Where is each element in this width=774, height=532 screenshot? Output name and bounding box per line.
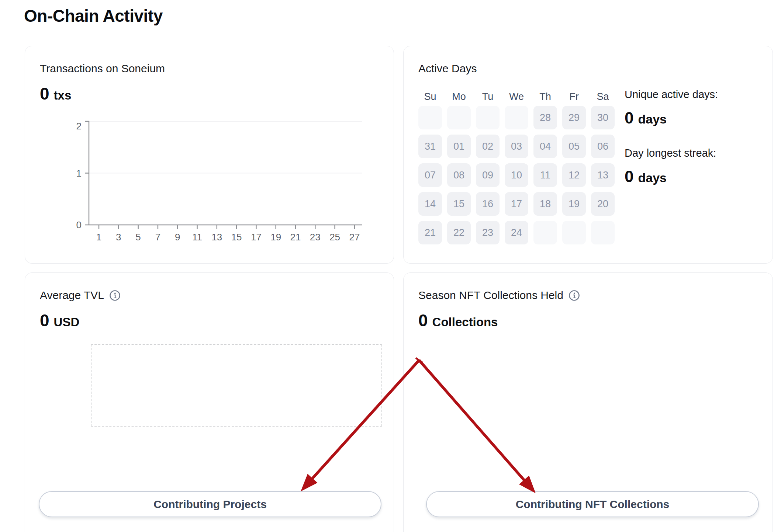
svg-text:13: 13 <box>211 232 222 243</box>
svg-text:19: 19 <box>270 232 281 243</box>
svg-text:5: 5 <box>135 232 141 243</box>
svg-text:7: 7 <box>155 232 160 243</box>
calendar-empty-cell <box>505 106 528 129</box>
active-days-card: Active Days SuMoTuWeThFrSa 2829303101020… <box>403 46 773 264</box>
nft-collections-card: Season NFT Collections Held 0 Collection… <box>403 272 773 532</box>
unique-active-days-unit: days <box>638 112 667 126</box>
transactions-card-title: Transactions on Soneium <box>40 62 165 75</box>
nft-collections-unit: Collections <box>432 315 498 329</box>
calendar-day-cell: 20 <box>591 192 615 216</box>
longest-streak-value: 0 days <box>625 167 667 186</box>
calendar-day-cell: 16 <box>476 192 500 216</box>
svg-text:1: 1 <box>96 232 101 243</box>
transactions-count: 0 <box>40 84 49 104</box>
svg-text:11: 11 <box>192 232 202 243</box>
calendar-day-cell: 15 <box>447 192 471 216</box>
calendar-day-cell: 28 <box>533 106 557 129</box>
calendar-day-cell: 30 <box>591 106 615 129</box>
calendar-day-cell: 08 <box>447 163 471 187</box>
calendar-day-cell: 04 <box>533 135 557 158</box>
calendar-empty-cell <box>591 221 615 244</box>
info-icon[interactable] <box>569 290 580 301</box>
average-tvl-card: Average TVL 0 USD Contributing Projects <box>25 272 394 532</box>
calendar-day-cell: 02 <box>476 135 500 158</box>
calendar-day-cell: 01 <box>447 135 471 158</box>
average-tvl-card-title: Average TVL <box>40 289 104 302</box>
average-tvl-amount: 0 <box>40 310 49 330</box>
average-tvl-unit: USD <box>54 315 80 329</box>
svg-text:25: 25 <box>329 232 340 243</box>
longest-streak-label: Day longest streak: <box>625 147 716 159</box>
svg-text:2: 2 <box>76 121 82 132</box>
calendar-empty-cell <box>562 221 586 244</box>
weekday-label: Mo <box>447 91 471 102</box>
nft-collections-value-row: 0 Collections <box>418 310 498 330</box>
calendar-weekday-header: SuMoTuWeThFrSa <box>418 91 615 102</box>
unique-active-days-label: Unique active days: <box>625 88 718 101</box>
svg-text:3: 3 <box>116 232 121 243</box>
svg-text:17: 17 <box>251 232 262 243</box>
calendar-day-cell: 11 <box>533 163 557 187</box>
on-chain-activity-page: On-Chain Activity Transactions on Soneiu… <box>0 0 774 532</box>
average-tvl-value-row: 0 USD <box>40 310 79 330</box>
calendar-day-cell: 31 <box>418 135 442 158</box>
info-icon[interactable] <box>109 290 121 301</box>
calendar-day-cell: 22 <box>447 221 471 244</box>
weekday-label: Th <box>533 91 557 102</box>
calendar-day-cell: 07 <box>418 163 442 187</box>
weekday-label: We <box>505 91 528 102</box>
calendar-day-cell: 19 <box>562 192 586 216</box>
calendar-day-cell: 09 <box>476 163 500 187</box>
nft-collections-count: 0 <box>418 310 428 330</box>
longest-streak-number: 0 <box>625 167 633 186</box>
calendar-day-cell: 14 <box>418 192 442 216</box>
calendar-day-cell: 05 <box>562 135 586 158</box>
transactions-value-row: 0 txs <box>40 84 71 104</box>
calendar-day-cell: 24 <box>505 221 528 244</box>
unique-active-days-value: 0 days <box>625 109 667 127</box>
weekday-label: Fr <box>562 91 586 102</box>
svg-text:21: 21 <box>290 232 301 243</box>
weekday-label: Tu <box>476 91 500 102</box>
svg-text:27: 27 <box>349 232 360 243</box>
calendar-empty-cell <box>476 106 500 129</box>
svg-text:23: 23 <box>310 232 321 243</box>
calendar-day-cell: 21 <box>418 221 442 244</box>
activity-calendar: 2829303101020304050607080910111213141516… <box>418 106 615 244</box>
transactions-unit: txs <box>54 88 72 102</box>
active-days-card-title: Active Days <box>418 62 477 75</box>
calendar-day-cell: 23 <box>476 221 500 244</box>
calendar-day-cell: 10 <box>505 163 528 187</box>
weekday-label: Sa <box>591 91 615 102</box>
svg-text:9: 9 <box>175 232 180 243</box>
calendar-day-cell: 29 <box>562 106 586 129</box>
svg-text:0: 0 <box>76 219 82 230</box>
contributing-projects-button[interactable]: Contributing Projects <box>39 491 381 517</box>
calendar-day-cell: 18 <box>533 192 557 216</box>
calendar-day-cell: 12 <box>562 163 586 187</box>
calendar-empty-cell <box>533 221 557 244</box>
calendar-day-cell: 03 <box>505 135 528 158</box>
transactions-card: Transactions on Soneium 0 txs 0121357911… <box>25 46 394 264</box>
calendar-day-cell: 06 <box>591 135 615 158</box>
calendar-day-cell: 13 <box>591 163 615 187</box>
weekday-label: Su <box>418 91 442 102</box>
page-title: On-Chain Activity <box>24 6 163 26</box>
calendar-empty-cell <box>447 106 471 129</box>
svg-text:1: 1 <box>76 168 82 179</box>
transactions-chart: 01213579111315171921232527 <box>70 117 369 244</box>
calendar-day-cell: 17 <box>505 192 528 216</box>
unique-active-days-number: 0 <box>625 109 633 127</box>
nft-collections-card-title: Season NFT Collections Held <box>418 289 563 302</box>
contributing-nft-collections-button[interactable]: Contributing NFT Collections <box>426 491 759 517</box>
svg-text:15: 15 <box>231 232 242 243</box>
tvl-empty-placeholder <box>91 344 382 427</box>
longest-streak-unit: days <box>638 171 667 185</box>
calendar-empty-cell <box>418 106 442 129</box>
